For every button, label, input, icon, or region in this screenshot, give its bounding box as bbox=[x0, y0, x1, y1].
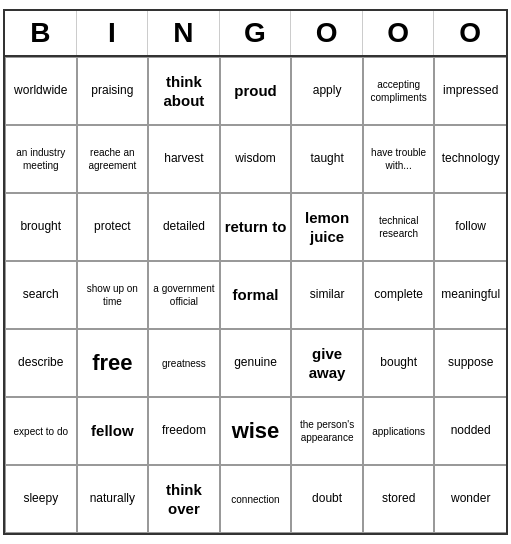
cell-r2-c5: technical research bbox=[363, 193, 435, 261]
cell-r3-c0: search bbox=[5, 261, 77, 329]
cell-r0-c5: accepting compliments bbox=[363, 57, 435, 125]
bingo-header: BINGOOO bbox=[5, 11, 506, 57]
cell-r5-c2: freedom bbox=[148, 397, 220, 465]
cell-r4-c3: genuine bbox=[220, 329, 292, 397]
cell-r1-c3: wisdom bbox=[220, 125, 292, 193]
cell-r5-c5: applications bbox=[363, 397, 435, 465]
header-letter: B bbox=[5, 11, 77, 55]
cell-r6-c3: connection bbox=[220, 465, 292, 533]
cell-r1-c6: technology bbox=[434, 125, 506, 193]
cell-r2-c3: return to bbox=[220, 193, 292, 261]
cell-r5-c3: wise bbox=[220, 397, 292, 465]
cell-r0-c4: apply bbox=[291, 57, 363, 125]
bingo-card: BINGOOO worldwidepraisingthink aboutprou… bbox=[3, 9, 508, 535]
header-letter: I bbox=[77, 11, 149, 55]
cell-r4-c4: give away bbox=[291, 329, 363, 397]
cell-r3-c3: formal bbox=[220, 261, 292, 329]
cell-r6-c4: doubt bbox=[291, 465, 363, 533]
cell-r5-c0: expect to do bbox=[5, 397, 77, 465]
cell-r0-c2: think about bbox=[148, 57, 220, 125]
cell-r4-c0: describe bbox=[5, 329, 77, 397]
cell-r3-c2: a government official bbox=[148, 261, 220, 329]
cell-r0-c6: impressed bbox=[434, 57, 506, 125]
cell-r2-c1: protect bbox=[77, 193, 149, 261]
cell-r1-c5: have trouble with... bbox=[363, 125, 435, 193]
cell-r4-c5: bought bbox=[363, 329, 435, 397]
header-letter: N bbox=[148, 11, 220, 55]
cell-r3-c5: complete bbox=[363, 261, 435, 329]
cell-r2-c6: follow bbox=[434, 193, 506, 261]
header-letter: O bbox=[434, 11, 506, 55]
cell-r5-c4: the person's appearance bbox=[291, 397, 363, 465]
cell-r6-c0: sleepy bbox=[5, 465, 77, 533]
cell-r0-c0: worldwide bbox=[5, 57, 77, 125]
cell-r3-c6: meaningful bbox=[434, 261, 506, 329]
cell-r3-c4: similar bbox=[291, 261, 363, 329]
cell-r1-c4: taught bbox=[291, 125, 363, 193]
cell-r6-c2: think over bbox=[148, 465, 220, 533]
header-letter: G bbox=[220, 11, 292, 55]
cell-r4-c6: suppose bbox=[434, 329, 506, 397]
cell-r4-c1: free bbox=[77, 329, 149, 397]
cell-r3-c1: show up on time bbox=[77, 261, 149, 329]
cell-r4-c2: greatness bbox=[148, 329, 220, 397]
cell-r0-c3: proud bbox=[220, 57, 292, 125]
cell-r5-c6: nodded bbox=[434, 397, 506, 465]
cell-r2-c0: brought bbox=[5, 193, 77, 261]
cell-r1-c0: an industry meeting bbox=[5, 125, 77, 193]
cell-r6-c6: wonder bbox=[434, 465, 506, 533]
cell-r6-c5: stored bbox=[363, 465, 435, 533]
header-letter: O bbox=[291, 11, 363, 55]
bingo-grid: worldwidepraisingthink aboutproudapplyac… bbox=[5, 57, 506, 533]
cell-r1-c2: harvest bbox=[148, 125, 220, 193]
cell-r2-c2: detailed bbox=[148, 193, 220, 261]
cell-r6-c1: naturally bbox=[77, 465, 149, 533]
header-letter: O bbox=[363, 11, 435, 55]
cell-r0-c1: praising bbox=[77, 57, 149, 125]
cell-r1-c1: reache an agreement bbox=[77, 125, 149, 193]
cell-r2-c4: lemon juice bbox=[291, 193, 363, 261]
cell-r5-c1: fellow bbox=[77, 397, 149, 465]
